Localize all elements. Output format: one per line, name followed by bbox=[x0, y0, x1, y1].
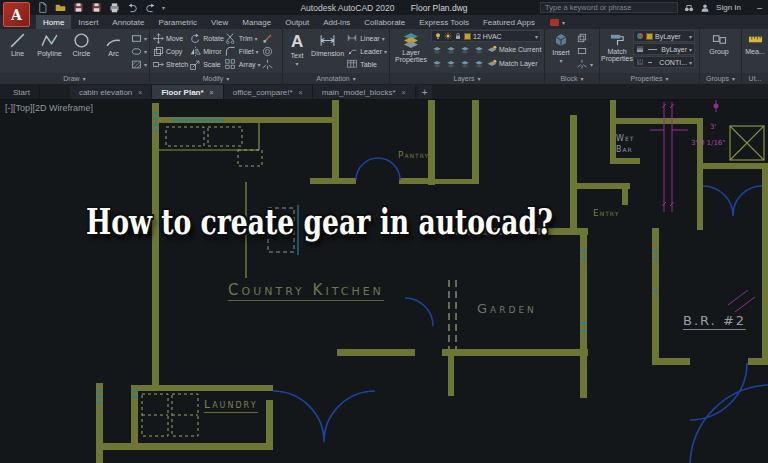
file-tab-main-model-blocks[interactable]: main_model_blocks*× bbox=[313, 85, 416, 99]
ribbon-tab-express-tools[interactable]: Express Tools bbox=[412, 15, 476, 29]
lineweight-dropdown[interactable]: ByLayer ▾ bbox=[633, 43, 695, 55]
edit-block-icon[interactable] bbox=[576, 45, 593, 57]
qat-dropdown-chevron-icon[interactable]: ▾ bbox=[162, 4, 165, 11]
mirror-tool[interactable]: Mirror bbox=[189, 45, 224, 57]
rotate-tool[interactable]: Rotate bbox=[189, 32, 224, 44]
ellipse-tool[interactable]: ▾ bbox=[130, 45, 147, 57]
undo-button[interactable] bbox=[126, 1, 139, 14]
match-properties-button[interactable]: Match Properties bbox=[602, 30, 632, 72]
array-tool[interactable]: Array▾ bbox=[225, 58, 261, 70]
ribbon-tab-output[interactable]: Output bbox=[278, 15, 316, 29]
file-tab-cabin-elevation[interactable]: cabin elevation× bbox=[70, 85, 152, 99]
panel-label-groups[interactable]: Groups▾ bbox=[700, 73, 741, 84]
dimension-tool[interactable]: Dimension bbox=[310, 30, 345, 72]
br2-walls bbox=[652, 228, 768, 463]
chevron-down-icon: ▾ bbox=[226, 75, 229, 82]
table-tool[interactable]: Table bbox=[346, 58, 387, 70]
panel-label-utilities[interactable]: Ut... bbox=[742, 73, 768, 84]
measure-button[interactable]: Mea... bbox=[744, 30, 766, 72]
hatch-tool[interactable]: ▾ bbox=[130, 58, 147, 70]
arc-tool[interactable]: Arc bbox=[98, 30, 129, 72]
new-drawing-tab-button[interactable]: + bbox=[418, 85, 432, 99]
panel-label-layers[interactable]: Layers▾ bbox=[390, 73, 544, 84]
new-file-button[interactable] bbox=[36, 1, 49, 14]
fillet-tool[interactable]: Fillet▾ bbox=[225, 45, 261, 57]
titlebar: ▾ Autodesk AutoCAD 2020 Floor Plan.dwg S… bbox=[0, 0, 768, 15]
layer-merge-icon[interactable] bbox=[473, 58, 485, 70]
redo-button[interactable] bbox=[144, 1, 157, 14]
ribbon-options-chevron-icon[interactable]: ▾ bbox=[562, 19, 565, 26]
layer-dropdown[interactable]: 12 HVAC ▾ bbox=[431, 30, 541, 42]
polyline-tool[interactable]: Polyline bbox=[34, 30, 65, 72]
layer-properties-button[interactable]: Layer Properties bbox=[392, 30, 430, 72]
stretch-tool[interactable]: Stretch bbox=[152, 58, 188, 70]
close-icon[interactable]: × bbox=[299, 89, 303, 96]
linetype-dropdown[interactable]: CONTI... ▾ bbox=[633, 56, 695, 68]
create-block-icon[interactable] bbox=[576, 32, 593, 44]
sign-in-button[interactable]: Sign In bbox=[716, 3, 741, 12]
ribbon-tab-annotate[interactable]: Annotate bbox=[105, 15, 151, 29]
garden-walls bbox=[337, 228, 588, 398]
scale-tool[interactable]: Scale bbox=[189, 58, 224, 70]
ribbon-tab-addins[interactable]: Add-ins bbox=[316, 15, 357, 29]
erase-tool[interactable] bbox=[262, 32, 274, 44]
close-icon[interactable]: × bbox=[402, 89, 406, 96]
offset-tool[interactable] bbox=[262, 45, 274, 57]
group-button[interactable]: Group bbox=[702, 30, 736, 72]
autocad-logo[interactable]: A bbox=[3, 2, 30, 27]
app-store-icon[interactable] bbox=[550, 19, 559, 26]
search-binoculars-icon[interactable] bbox=[684, 3, 694, 13]
move-tool[interactable]: Move bbox=[152, 32, 188, 44]
rectangle-tool[interactable]: ▾ bbox=[130, 32, 147, 44]
explode-tool[interactable] bbox=[262, 58, 274, 70]
ribbon-tab-collaborate[interactable]: Collaborate bbox=[357, 15, 412, 29]
save-as-button[interactable] bbox=[90, 1, 103, 14]
ribbon-tab-home[interactable]: Home bbox=[36, 15, 71, 29]
open-file-button[interactable] bbox=[54, 1, 67, 14]
layer-off-icon[interactable] bbox=[473, 44, 485, 56]
panel-label-annotation[interactable]: Annotation▾ bbox=[283, 73, 389, 84]
layer-walk-icon[interactable] bbox=[459, 58, 471, 70]
match-layer-button[interactable]: Match Layer bbox=[487, 58, 538, 70]
layer-unlock-tool-icon[interactable] bbox=[445, 58, 457, 70]
layer-freeze-icon[interactable] bbox=[459, 44, 471, 56]
layer-isolate-icon[interactable] bbox=[431, 44, 443, 56]
ribbon-tab-parametric[interactable]: Parametric bbox=[151, 15, 204, 29]
close-icon[interactable]: × bbox=[210, 89, 214, 96]
linear-tool[interactable]: Linear▾ bbox=[346, 32, 387, 44]
color-swatch bbox=[646, 33, 653, 40]
ribbon-tab-insert[interactable]: Insert bbox=[71, 15, 105, 29]
panel-label-block[interactable]: Block▾ bbox=[545, 73, 599, 84]
leader-tool[interactable]: Leader▾ bbox=[346, 45, 387, 57]
make-current-button[interactable]: Make Current bbox=[487, 44, 541, 56]
viewport-controls[interactable]: [-][Top][2D Wireframe] bbox=[5, 103, 93, 113]
line-tool[interactable]: Line bbox=[2, 30, 33, 72]
file-tab-office-compare[interactable]: office_compare!*× bbox=[224, 85, 313, 99]
ribbon-tab-view[interactable]: View bbox=[204, 15, 235, 29]
minimize-button[interactable]: – bbox=[757, 3, 762, 13]
object-color-dropdown[interactable]: ByLayer ▾ bbox=[633, 30, 695, 42]
insert-block-button[interactable]: Insert▾ bbox=[547, 30, 575, 72]
save-button[interactable] bbox=[72, 1, 85, 14]
panel-label-modify[interactable]: Modify▾ bbox=[150, 73, 282, 84]
user-icon[interactable] bbox=[700, 3, 710, 13]
search-input[interactable] bbox=[540, 2, 678, 13]
panel-label-draw[interactable]: Draw▾ bbox=[0, 73, 149, 84]
layer-lock-tool-icon[interactable] bbox=[431, 58, 443, 70]
layer-unisolate-icon[interactable] bbox=[445, 44, 457, 56]
trim-tool[interactable]: Trim▾ bbox=[225, 32, 261, 44]
ribbon-tab-bar: Home Insert Annotate Parametric View Man… bbox=[0, 15, 768, 29]
circle-tool[interactable]: Circle bbox=[66, 30, 97, 72]
ribbon-tab-featured-apps[interactable]: Featured Apps bbox=[476, 15, 542, 29]
text-tool[interactable]: AText▾ bbox=[285, 30, 309, 72]
close-icon[interactable]: × bbox=[138, 89, 142, 96]
file-tab-start[interactable]: Start bbox=[4, 85, 40, 99]
ribbon-tab-manage[interactable]: Manage bbox=[235, 15, 278, 29]
file-tab-floor-plan[interactable]: Floor Plan*× bbox=[152, 85, 223, 99]
plot-button[interactable] bbox=[108, 1, 121, 14]
drawing-canvas[interactable]: [-][Top][2D Wireframe] bbox=[0, 100, 768, 463]
file-tab-bar: Start cabin elevation× Floor Plan*× offi… bbox=[0, 84, 768, 100]
panel-label-properties[interactable]: Properties▾ bbox=[600, 73, 699, 84]
copy-tool[interactable]: Copy bbox=[152, 45, 188, 57]
block-attributes-icon[interactable]: ▾ bbox=[576, 58, 593, 70]
